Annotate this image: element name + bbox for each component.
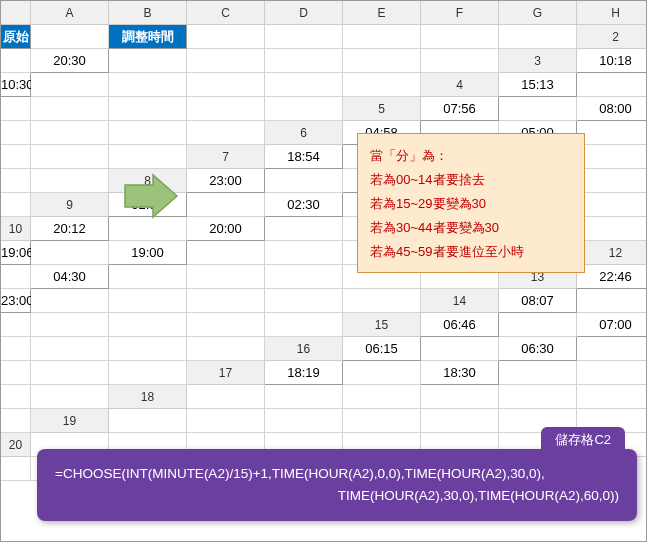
cell[interactable] bbox=[31, 97, 109, 121]
cell[interactable] bbox=[1, 409, 31, 433]
cell[interactable] bbox=[187, 409, 265, 433]
cell[interactable] bbox=[265, 289, 343, 313]
cell[interactable] bbox=[265, 241, 343, 265]
col-header[interactable]: H bbox=[577, 1, 647, 25]
cell[interactable] bbox=[1, 193, 31, 217]
corner-cell[interactable] bbox=[1, 1, 31, 25]
row-header[interactable]: 4 bbox=[421, 73, 499, 97]
cell[interactable] bbox=[265, 217, 343, 241]
cell[interactable] bbox=[343, 361, 421, 385]
cell[interactable] bbox=[109, 145, 187, 169]
cell[interactable] bbox=[499, 25, 577, 49]
cell[interactable] bbox=[31, 241, 109, 265]
row-header[interactable]: 2 bbox=[577, 25, 647, 49]
cell[interactable] bbox=[31, 169, 109, 193]
cell[interactable]: 15:13 bbox=[499, 73, 577, 97]
col-header[interactable]: G bbox=[499, 1, 577, 25]
row-header[interactable]: 5 bbox=[343, 97, 421, 121]
cell[interactable] bbox=[577, 361, 647, 385]
cell[interactable] bbox=[577, 145, 647, 169]
row-header[interactable]: 6 bbox=[265, 121, 343, 145]
cell[interactable] bbox=[31, 361, 109, 385]
cell[interactable] bbox=[31, 25, 109, 49]
cell[interactable] bbox=[265, 409, 343, 433]
row-header[interactable]: 20 bbox=[1, 433, 31, 457]
cell[interactable] bbox=[187, 49, 265, 73]
cell[interactable] bbox=[187, 313, 265, 337]
cell[interactable] bbox=[577, 193, 647, 217]
cell[interactable] bbox=[577, 385, 647, 409]
cell[interactable] bbox=[109, 337, 187, 361]
cell[interactable] bbox=[265, 385, 343, 409]
cell[interactable]: 07:00 bbox=[577, 313, 647, 337]
cell[interactable]: 10:30 bbox=[1, 73, 31, 97]
cell[interactable] bbox=[187, 97, 265, 121]
cell[interactable] bbox=[265, 169, 343, 193]
row-header[interactable]: 7 bbox=[187, 145, 265, 169]
cell[interactable] bbox=[1, 313, 31, 337]
row-header[interactable]: 16 bbox=[265, 337, 343, 361]
cell[interactable] bbox=[343, 49, 421, 73]
cell[interactable]: 20:00 bbox=[187, 217, 265, 241]
cell[interactable]: 20:30 bbox=[31, 49, 109, 73]
cell[interactable] bbox=[577, 289, 647, 313]
cell[interactable]: 20:12 bbox=[31, 217, 109, 241]
row-header[interactable]: 15 bbox=[343, 313, 421, 337]
row-header[interactable]: 9 bbox=[31, 193, 109, 217]
cell[interactable] bbox=[577, 73, 647, 97]
cell[interactable] bbox=[109, 361, 187, 385]
cell[interactable]: 調整時間 bbox=[109, 25, 187, 49]
cell[interactable] bbox=[265, 97, 343, 121]
cell[interactable]: 10:18 bbox=[577, 49, 647, 73]
row-header[interactable]: 3 bbox=[499, 49, 577, 73]
cell[interactable] bbox=[109, 313, 187, 337]
cell[interactable]: 18:54 bbox=[265, 145, 343, 169]
row-header[interactable]: 19 bbox=[31, 409, 109, 433]
row-header[interactable]: 18 bbox=[109, 385, 187, 409]
cell[interactable] bbox=[1, 337, 31, 361]
cell[interactable] bbox=[1, 265, 31, 289]
cell[interactable] bbox=[577, 217, 647, 241]
cell[interactable] bbox=[1, 97, 31, 121]
cell[interactable]: 06:15 bbox=[343, 337, 421, 361]
cell[interactable] bbox=[421, 49, 499, 73]
cell[interactable]: 19:00 bbox=[109, 241, 187, 265]
cell[interactable] bbox=[187, 73, 265, 97]
cell[interactable] bbox=[499, 313, 577, 337]
cell[interactable] bbox=[187, 25, 265, 49]
cell[interactable] bbox=[31, 121, 109, 145]
cell[interactable]: 04:30 bbox=[31, 265, 109, 289]
cell[interactable] bbox=[421, 337, 499, 361]
cell[interactable] bbox=[31, 337, 109, 361]
cell[interactable] bbox=[1, 49, 31, 73]
cell[interactable] bbox=[499, 385, 577, 409]
cell[interactable] bbox=[577, 337, 647, 361]
cell[interactable] bbox=[109, 121, 187, 145]
cell[interactable]: 08:07 bbox=[499, 289, 577, 313]
cell[interactable] bbox=[31, 73, 109, 97]
cell[interactable] bbox=[31, 145, 109, 169]
cell[interactable] bbox=[343, 25, 421, 49]
cell[interactable] bbox=[343, 73, 421, 97]
cell[interactable]: 原始時間 bbox=[1, 25, 31, 49]
cell[interactable]: 08:00 bbox=[577, 97, 647, 121]
cell[interactable] bbox=[187, 289, 265, 313]
cell[interactable] bbox=[265, 73, 343, 97]
row-header[interactable]: 12 bbox=[577, 241, 647, 265]
cell[interactable] bbox=[109, 217, 187, 241]
col-header[interactable]: C bbox=[187, 1, 265, 25]
cell[interactable] bbox=[109, 265, 187, 289]
cell[interactable] bbox=[265, 25, 343, 49]
cell[interactable] bbox=[31, 313, 109, 337]
cell[interactable] bbox=[187, 385, 265, 409]
cell[interactable] bbox=[109, 73, 187, 97]
cell[interactable] bbox=[499, 97, 577, 121]
col-header[interactable]: A bbox=[31, 1, 109, 25]
cell[interactable] bbox=[499, 361, 577, 385]
cell[interactable] bbox=[31, 289, 109, 313]
cell[interactable]: 06:46 bbox=[421, 313, 499, 337]
cell[interactable] bbox=[187, 121, 265, 145]
cell[interactable] bbox=[187, 193, 265, 217]
cell[interactable] bbox=[109, 289, 187, 313]
cell[interactable] bbox=[31, 385, 109, 409]
